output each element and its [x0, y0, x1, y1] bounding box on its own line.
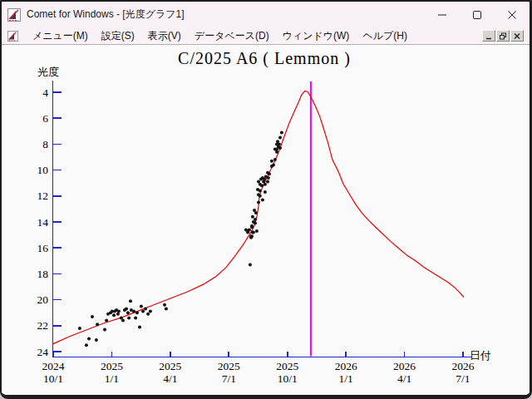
- y-tick-label: 24: [37, 346, 49, 358]
- app-window: Comet for Windows - [光度グラフ1] メニュー(M) 設定(…: [0, 0, 532, 399]
- minimize-button[interactable]: [425, 2, 460, 27]
- data-point: [78, 327, 81, 330]
- menu-item-database[interactable]: データベース(D): [188, 29, 276, 43]
- x-tick-label-year: 2026: [393, 360, 416, 372]
- data-point: [254, 211, 258, 214]
- data-point: [266, 180, 269, 184]
- data-point: [105, 319, 108, 323]
- data-point: [96, 323, 99, 326]
- data-point: [259, 195, 262, 198]
- chart-title: C/2025 A6 ( Lemmon ): [178, 49, 351, 68]
- data-point: [248, 228, 251, 231]
- x-tick-label-day: 4/1: [163, 372, 177, 385]
- x-tick-label-year: 2024: [42, 360, 65, 372]
- data-point: [112, 313, 116, 317]
- predicted-light-curve: [53, 91, 464, 343]
- x-tick-label-day: 1/1: [339, 372, 353, 385]
- x-tick-label-day: 4/1: [397, 372, 411, 385]
- x-tick-label-year: 2025: [218, 360, 240, 372]
- y-tick-label: 18: [37, 268, 49, 280]
- titlebar[interactable]: Comet for Windows - [光度グラフ1]: [2, 2, 530, 27]
- x-tick-label-year: 2026: [335, 360, 357, 372]
- data-point: [278, 136, 282, 140]
- x-tick-label-day: 7/1: [456, 372, 470, 385]
- data-point: [144, 308, 147, 311]
- y-tick-label: 14: [37, 216, 49, 229]
- data-point: [264, 183, 267, 186]
- data-point: [264, 190, 267, 194]
- data-point: [249, 264, 252, 267]
- data-point: [254, 222, 257, 225]
- y-tick-label: 6: [42, 112, 48, 125]
- menu-item-view[interactable]: 表示(V): [141, 29, 188, 43]
- y-tick-label: 10: [37, 164, 49, 176]
- chart-area: C/2025 A6 ( Lemmon )光度日付4681012141618202…: [2, 45, 530, 395]
- x-tick-label-day: 10/1: [43, 372, 63, 385]
- data-point: [278, 142, 281, 145]
- data-point: [95, 338, 98, 342]
- data-point: [270, 160, 273, 163]
- data-point: [127, 316, 131, 319]
- data-point: [91, 315, 94, 318]
- x-tick-label-day: 1/1: [105, 372, 119, 385]
- menubar: メニュー(M) 設定(S) 表示(V) データベース(D) ウィンドウ(W) ヘ…: [2, 27, 530, 45]
- data-point: [251, 215, 254, 219]
- mdi-close-button[interactable]: [510, 30, 524, 42]
- x-tick-label-day: 7/1: [222, 372, 236, 385]
- data-point: [280, 131, 283, 134]
- data-point: [117, 310, 121, 313]
- data-point: [278, 146, 282, 150]
- y-tick-label: 22: [37, 319, 49, 332]
- data-point: [129, 299, 132, 303]
- menu-item-menu[interactable]: メニュー(M): [26, 29, 95, 43]
- x-tick-label-year: 2025: [159, 360, 181, 372]
- data-point: [255, 229, 259, 233]
- x-tick-label-day: 10/1: [278, 372, 298, 385]
- mdi-restore-button[interactable]: [496, 30, 510, 42]
- document-system-menu-icon[interactable]: [7, 31, 18, 42]
- y-tick-label: 16: [37, 242, 49, 254]
- mdi-minimize-button[interactable]: [482, 30, 495, 42]
- data-point: [135, 311, 139, 314]
- y-tick-label: 4: [42, 86, 48, 99]
- x-tick-label-year: 2025: [101, 360, 123, 372]
- data-point: [252, 231, 255, 234]
- data-point: [260, 184, 264, 187]
- maximize-button[interactable]: [460, 2, 495, 27]
- data-point: [268, 172, 271, 175]
- data-point: [250, 224, 254, 228]
- menu-item-window[interactable]: ウィンドウ(W): [276, 29, 357, 43]
- data-point: [257, 201, 260, 204]
- y-tick-label: 12: [37, 190, 49, 202]
- data-point: [275, 150, 278, 154]
- data-point: [138, 325, 141, 328]
- data-point: [250, 234, 254, 238]
- window-title: Comet for Windows - [光度グラフ1]: [27, 7, 425, 22]
- data-point: [141, 310, 145, 313]
- data-point: [140, 304, 143, 308]
- data-point: [267, 176, 270, 180]
- data-point: [261, 199, 264, 202]
- data-point: [272, 163, 275, 166]
- data-point: [132, 310, 135, 313]
- y-tick-label: 20: [37, 293, 49, 306]
- x-tick-label-year: 2025: [276, 360, 298, 372]
- data-point: [87, 337, 91, 340]
- data-point: [121, 319, 125, 323]
- data-point: [259, 190, 262, 193]
- data-point: [103, 328, 106, 332]
- data-point: [146, 313, 150, 316]
- data-point: [165, 308, 168, 311]
- y-tick-label: 8: [42, 138, 48, 150]
- data-point: [163, 303, 166, 307]
- menu-item-help[interactable]: ヘルプ(H): [356, 29, 414, 43]
- data-point: [134, 316, 137, 319]
- data-point: [125, 308, 128, 311]
- y-axis-label: 光度: [37, 66, 59, 78]
- data-point: [85, 343, 88, 347]
- menu-item-settings[interactable]: 設定(S): [95, 29, 141, 43]
- data-point: [254, 218, 257, 221]
- app-icon: [7, 8, 21, 22]
- data-point: [149, 310, 152, 313]
- close-button[interactable]: [495, 2, 530, 27]
